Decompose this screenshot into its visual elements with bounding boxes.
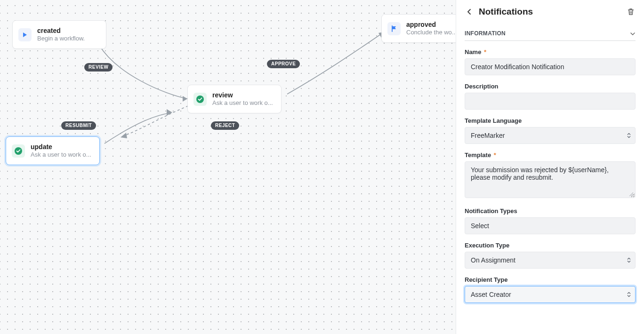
panel-header: Notifications <box>456 0 644 24</box>
node-subtitle: Ask a user to work o... <box>31 151 91 159</box>
node-subtitle: Begin a workflow. <box>37 35 85 43</box>
section-information: INFORMATION Name * Description Template … <box>456 24 644 311</box>
edge-review-update <box>122 106 188 136</box>
node-subtitle: Ask a user to work o... <box>212 99 273 107</box>
node-approved[interactable]: approved Conclude the wo... <box>381 14 456 43</box>
field-description: Description <box>465 83 636 110</box>
check-circle-icon <box>12 144 25 158</box>
edge-created-review <box>99 45 187 99</box>
execution-type-select[interactable]: On Assignment <box>465 252 636 269</box>
notification-types-select[interactable]: Select <box>465 217 636 234</box>
template-language-select[interactable]: FreeMarker <box>465 127 636 144</box>
node-title: approved <box>406 20 456 29</box>
node-title: update <box>31 143 91 151</box>
trash-icon[interactable] <box>626 7 636 16</box>
field-execution-type: Execution Type On Assignment <box>465 242 636 269</box>
section-header-information[interactable]: INFORMATION <box>465 25 636 41</box>
edges-layer <box>0 0 456 334</box>
edge-label-approve[interactable]: APPROVE <box>267 60 300 68</box>
back-icon[interactable] <box>465 7 474 16</box>
name-input[interactable] <box>465 58 636 75</box>
edge-update-review <box>105 113 170 143</box>
recipient-type-label: Recipient Type <box>465 276 636 283</box>
panel-title: Notifications <box>479 7 621 17</box>
template-language-label: Template Language <box>465 117 636 124</box>
notification-types-label: Notification Types <box>465 207 636 215</box>
node-title: review <box>212 91 273 99</box>
check-circle-icon <box>193 93 207 106</box>
field-template-language: Template Language FreeMarker <box>465 117 636 144</box>
chevron-down-icon <box>630 29 636 38</box>
node-update[interactable]: update Ask a user to work o... <box>6 136 100 165</box>
template-textarea[interactable] <box>465 161 636 198</box>
execution-type-label: Execution Type <box>465 242 636 249</box>
node-review[interactable]: review Ask a user to work o... <box>187 85 282 113</box>
description-label: Description <box>465 83 636 90</box>
edge-label-resubmit[interactable]: RESUBMIT <box>61 121 96 130</box>
field-notification-types: Notification Types Select <box>465 207 636 234</box>
field-name: Name * <box>465 48 636 75</box>
workflow-canvas[interactable]: created Begin a workflow. review Ask a u… <box>0 0 456 334</box>
arrow-created-review <box>183 96 187 102</box>
recipient-type-select[interactable]: Asset Creator <box>465 286 636 303</box>
section-title: INFORMATION <box>465 30 630 37</box>
right-panel: Notifications INFORMATION Name * Descrip… <box>456 0 644 334</box>
arrow-review-update <box>121 133 127 138</box>
edge-label-review[interactable]: REVIEW <box>84 63 113 72</box>
edge-label-reject[interactable]: REJECT <box>211 121 239 130</box>
node-created[interactable]: created Begin a workflow. <box>12 20 106 49</box>
node-subtitle: Conclude the wo... <box>406 29 456 37</box>
template-label: Template * <box>465 151 636 159</box>
field-recipient-type: Recipient Type Asset Creator <box>465 276 636 303</box>
node-title: created <box>37 26 85 35</box>
arrow-update-review <box>167 109 172 116</box>
flag-icon <box>387 22 401 35</box>
edge-review-approved <box>287 34 381 94</box>
play-icon <box>18 28 32 41</box>
description-input[interactable] <box>465 93 636 110</box>
field-template: Template * <box>465 151 636 200</box>
name-label: Name * <box>465 48 636 56</box>
